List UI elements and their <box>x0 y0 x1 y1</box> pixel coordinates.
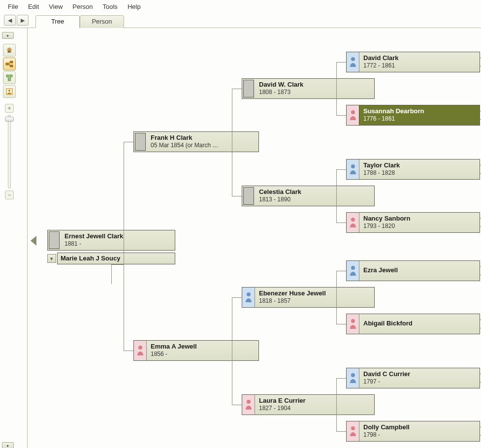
person-dates: 05 Mar 1854 (or March … <box>151 142 218 149</box>
menu-edit[interactable]: Edit <box>23 2 44 11</box>
connector <box>336 378 346 379</box>
person-mggf1[interactable]: Ezra Jewell <box>346 260 480 281</box>
person-name: Frank H Clark <box>151 134 218 142</box>
zoom-out-button[interactable]: − <box>5 191 14 199</box>
connector <box>232 405 242 405</box>
connector <box>336 169 337 223</box>
person-dates: 1793 - 1820 <box>363 223 410 230</box>
zoom-in-button[interactable]: + <box>5 104 14 113</box>
spouse-row: Marie Leah J Soucy <box>47 253 175 264</box>
forward-button[interactable]: ▶ <box>17 15 29 26</box>
connector <box>232 196 242 196</box>
person-mgf[interactable]: Ebenezer Huse Jewell 1818 - 1857 <box>242 287 375 308</box>
connector <box>336 271 346 271</box>
person-dates: 1813 - 1890 <box>259 196 301 203</box>
nav-row: ◀ ▶ Tree Person <box>0 12 481 28</box>
person-pggm2[interactable]: Nancy Sanborn1793 - 1820 <box>346 212 480 233</box>
zoom-slider-thumb[interactable] <box>5 117 14 122</box>
menu-file[interactable]: File <box>3 2 23 11</box>
person-dates: 1788 - 1828 <box>363 169 400 177</box>
svg-rect-3 <box>10 65 13 67</box>
connector <box>232 297 242 298</box>
person-name: David C Currier <box>363 370 410 378</box>
root-left-arrow-icon[interactable] <box>31 236 36 246</box>
menu-person[interactable]: Person <box>67 2 97 11</box>
connector <box>336 115 346 116</box>
tab-person[interactable]: Person <box>80 15 124 28</box>
person-pggm1[interactable]: Susannah Dearborn1776 - 1861 <box>346 105 480 126</box>
person-name: Laura E Currier <box>259 397 306 405</box>
svg-rect-4 <box>6 75 9 77</box>
person-dates: 1881 - <box>64 240 123 248</box>
person-name: Ebenezer Huse Jewell <box>259 289 326 297</box>
connector <box>336 223 346 223</box>
male-silhouette-icon <box>347 261 359 281</box>
back-button[interactable]: ◀ <box>4 15 16 26</box>
connector <box>336 378 337 431</box>
person-dates: 1772 - 1861 <box>363 62 399 69</box>
person-mggf2[interactable]: David C Currier1797 - <box>346 368 480 388</box>
person-name: Emma A Jewell <box>151 343 197 351</box>
person-mggm2[interactable]: Dolly Campbell1798 - <box>346 421 480 442</box>
svg-rect-0 <box>8 51 10 53</box>
svg-rect-2 <box>10 61 13 63</box>
person-father[interactable]: Frank H Clark 05 Mar 1854 (or March … <box>133 131 259 152</box>
panel-toggle-top[interactable] <box>2 32 14 39</box>
photo-thumb-icon <box>135 133 146 151</box>
person-name: Dolly Campbell <box>363 423 410 431</box>
person-view-button[interactable] <box>3 85 16 98</box>
tree-canvas[interactable]: Ernest Jewell Clark 1881 - Marie Leah J … <box>28 28 481 448</box>
family-icon <box>5 74 13 82</box>
connector <box>336 169 346 170</box>
person-pgm[interactable]: Celestia Clark 1813 - 1890 <box>242 186 375 206</box>
person-mother[interactable]: Emma A Jewell 1856 - <box>133 340 259 361</box>
pedigree-view-button[interactable] <box>3 58 16 70</box>
connector <box>111 264 112 284</box>
person-spouse[interactable]: Marie Leah J Soucy <box>57 253 175 264</box>
person-dates: 1798 - <box>363 431 410 439</box>
connector <box>124 142 133 142</box>
person-name: David W. Clark <box>259 81 303 89</box>
home-view-button[interactable] <box>3 44 16 57</box>
person-icon <box>5 88 13 96</box>
person-pggf2[interactable]: Taylor Clark1788 - 1828 <box>346 159 480 180</box>
person-name: David Clark <box>363 54 399 62</box>
family-view-button[interactable] <box>3 71 16 84</box>
person-name: Nancy Sanborn <box>363 215 410 223</box>
connector <box>232 297 232 405</box>
person-root[interactable]: Ernest Jewell Clark 1881 - <box>47 230 175 251</box>
person-name: Ernest Jewell Clark <box>64 232 123 240</box>
left-toolbar: + − <box>0 28 28 448</box>
svg-rect-1 <box>6 63 8 65</box>
female-silhouette-icon <box>134 341 147 360</box>
person-name: Taylor Clark <box>363 161 400 169</box>
person-name: Ezra Jewell <box>363 266 398 274</box>
pedigree-icon <box>5 60 13 68</box>
male-silhouette-icon <box>347 160 359 179</box>
photo-thumb-icon <box>243 80 254 97</box>
person-pgf[interactable]: David W. Clark 1808 - 1873 <box>242 78 375 99</box>
menu-bar: File Edit View Person Tools Help <box>0 0 481 12</box>
menu-help[interactable]: Help <box>123 2 146 11</box>
menu-tools[interactable]: Tools <box>98 2 123 11</box>
person-name: Abigail Bickford <box>363 320 413 327</box>
female-silhouette-icon <box>347 314 359 334</box>
person-dates: 1818 - 1857 <box>259 297 326 305</box>
zoom-slider[interactable] <box>8 115 11 189</box>
person-dates: 1856 - <box>151 351 197 358</box>
male-silhouette-icon <box>347 368 359 388</box>
panel-toggle-bottom[interactable] <box>2 442 14 448</box>
person-dates: 1808 - 1873 <box>259 89 303 96</box>
person-dates: 1797 - <box>363 378 410 385</box>
male-silhouette-icon <box>242 288 255 307</box>
tab-tree[interactable]: Tree <box>35 15 80 28</box>
person-pggf1[interactable]: David Clark1772 - 1861 <box>346 52 480 72</box>
person-name: Susannah Dearborn <box>363 107 424 115</box>
tab-bar: Tree Person <box>35 15 124 28</box>
connector <box>111 264 124 265</box>
person-mggm1[interactable]: Abigail Bickford <box>346 314 480 334</box>
spouse-dropdown[interactable] <box>47 254 56 263</box>
person-mgm[interactable]: Laura E Currier 1827 - 1904 <box>242 394 375 415</box>
menu-view[interactable]: View <box>44 2 67 11</box>
photo-thumb-icon <box>49 231 60 249</box>
